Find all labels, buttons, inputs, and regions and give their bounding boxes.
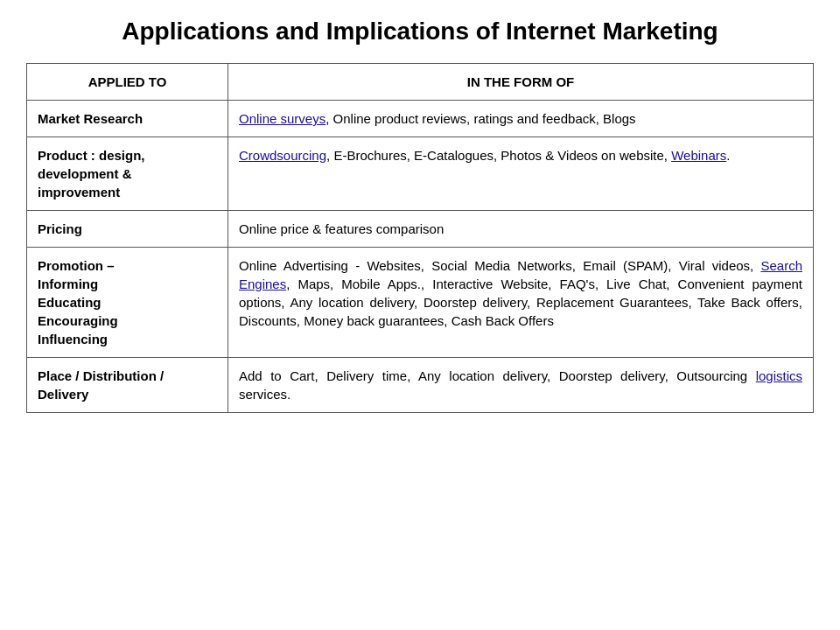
form-product-after: . [726,148,730,163]
form-place-before: Add to Cart, Delivery time, Any location… [239,368,756,383]
form-promotion: Online Advertising - Websites, Social Me… [228,248,814,358]
form-product-middle: , E-Brochures, E-Catalogues, Photos & Vi… [326,148,671,163]
form-promotion-after: , Maps, Mobile Apps., Interactive Websit… [239,276,802,328]
form-place-after: services. [239,387,290,402]
header-applied-to: APPLIED TO [27,64,228,101]
form-pricing: Online price & features comparison [228,211,814,248]
form-place: Add to Cart, Delivery time, Any location… [228,358,814,413]
table-row: Pricing Online price & features comparis… [27,211,814,248]
header-in-the-form-of: IN THE FORM OF [228,64,814,101]
applied-market-research: Market Research [27,101,228,137]
main-table: APPLIED TO IN THE FORM OF Market Researc… [26,63,814,413]
applied-place: Place / Distribution /Delivery [27,358,228,413]
table-row: Product : design,development &improvemen… [27,137,814,211]
link-online-surveys[interactable]: Online surveys [239,111,326,126]
form-product: Crowdsourcing, E-Brochures, E-Catalogues… [228,137,814,211]
table-row: Promotion –InformingEducatingEncouraging… [27,248,814,358]
link-crowdsourcing[interactable]: Crowdsourcing [239,148,326,163]
table-row: Place / Distribution /Delivery Add to Ca… [27,358,814,413]
applied-product: Product : design,development &improvemen… [27,137,228,211]
form-promotion-before: Online Advertising - Websites, Social Me… [239,258,760,273]
table-row: Market Research Online surveys, Online p… [27,101,814,137]
form-market-research: Online surveys, Online product reviews, … [228,101,814,137]
link-webinars[interactable]: Webinars [671,148,726,163]
applied-pricing: Pricing [27,211,228,248]
applied-promotion: Promotion –InformingEducatingEncouraging… [27,248,228,358]
link-logistics[interactable]: logistics [756,368,802,383]
page-title: Applications and Implications of Interne… [26,18,814,46]
form-market-research-text: , Online product reviews, ratings and fe… [326,111,635,126]
